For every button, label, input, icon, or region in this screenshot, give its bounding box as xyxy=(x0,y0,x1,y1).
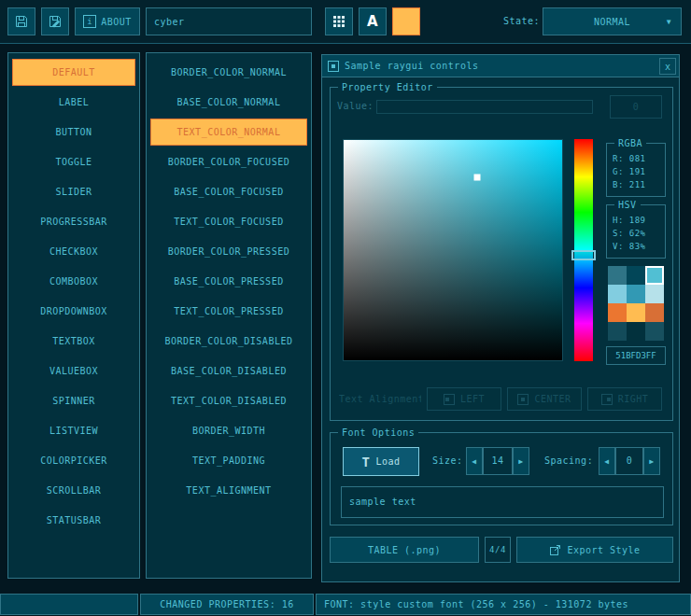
list-item-combobox[interactable]: COMBOBOX xyxy=(12,268,135,295)
list-item-border_color_disabled[interactable]: BORDER_COLOR_DISABLED xyxy=(150,328,307,355)
value-box[interactable]: 0 xyxy=(610,95,662,119)
list-item-border_color_normal[interactable]: BORDER_COLOR_NORMAL xyxy=(150,59,307,86)
rgba-group-label: RGBA xyxy=(614,137,646,149)
size-decrease-button[interactable]: ◀ xyxy=(466,447,483,475)
align-right-button[interactable]: RIGHT xyxy=(587,387,662,411)
style-color-swatch[interactable] xyxy=(608,303,627,322)
sample-text-input[interactable]: sample text xyxy=(341,486,664,518)
font-sample-button[interactable]: A xyxy=(359,7,387,35)
list-item-text_padding[interactable]: TEXT_PADDING xyxy=(150,447,307,474)
list-item-dropdownbox[interactable]: DROPDOWNBOX xyxy=(12,298,135,325)
statusbar-left xyxy=(0,594,138,615)
list-item-border_color_pressed[interactable]: BORDER_COLOR_PRESSED xyxy=(150,238,307,265)
color-panel[interactable] xyxy=(343,139,563,361)
style-color-swatch[interactable] xyxy=(645,266,664,285)
align-center-button[interactable]: CENTER xyxy=(507,387,582,411)
hsv-saturation-value: S: 62% xyxy=(613,227,665,240)
list-item-toggle[interactable]: TOGGLE xyxy=(12,148,135,175)
list-item-valuebox[interactable]: VALUEBOX xyxy=(12,357,135,385)
about-button-label: ABOUT xyxy=(101,17,132,27)
style-color-swatch[interactable] xyxy=(627,266,645,285)
list-item-base_color_disabled[interactable]: BASE_COLOR_DISABLED xyxy=(150,357,307,385)
font-load-button[interactable]: T Load xyxy=(343,447,419,476)
table-pages-box[interactable]: 4/4 xyxy=(485,537,511,563)
style-color-swatch[interactable] xyxy=(608,285,627,303)
list-item-text_alignment[interactable]: TEXT_ALIGNMENT xyxy=(150,477,307,504)
list-item-textbox[interactable]: TEXTBOX xyxy=(12,328,135,355)
value-slider[interactable] xyxy=(376,100,593,114)
window-titlebar: Sample raygui controls x xyxy=(322,55,679,77)
list-item-button[interactable]: BUTTON xyxy=(12,119,135,146)
align-center-icon xyxy=(517,394,529,405)
list-item-text_color_normal[interactable]: TEXT_COLOR_NORMAL xyxy=(150,119,307,146)
list-item-border_width[interactable]: BORDER_WIDTH xyxy=(150,417,307,444)
list-item-text_color_disabled[interactable]: TEXT_COLOR_DISABLED xyxy=(150,387,307,414)
style-color-swatch[interactable] xyxy=(608,322,627,341)
spacing-increase-button[interactable]: ▶ xyxy=(643,447,660,475)
list-item-spinner[interactable]: SPINNER xyxy=(12,387,135,414)
size-increase-button[interactable]: ▶ xyxy=(513,447,529,475)
align-left-button[interactable]: LEFT xyxy=(427,387,501,411)
list-item-base_color_focused[interactable]: BASE_COLOR_FOCUSED xyxy=(150,178,307,205)
font-options-group-label: Font Options xyxy=(338,427,418,439)
save-style-button[interactable] xyxy=(7,7,35,35)
spacing-decrease-button[interactable]: ◀ xyxy=(599,447,615,475)
style-color-swatch[interactable] xyxy=(645,303,664,322)
style-color-swatch[interactable] xyxy=(645,322,664,341)
align-left-label: LEFT xyxy=(460,394,485,404)
size-label: Size: xyxy=(432,454,463,469)
list-item-base_color_normal[interactable]: BASE_COLOR_NORMAL xyxy=(150,89,307,116)
rgba-green-value: G: 191 xyxy=(613,165,665,178)
align-center-label: CENTER xyxy=(534,394,571,404)
list-item-label[interactable]: LABEL xyxy=(12,89,135,116)
style-color-sample-button[interactable] xyxy=(392,7,420,35)
export-style-button[interactable]: Export Style xyxy=(516,537,673,563)
list-item-text_color_focused[interactable]: TEXT_COLOR_FOCUSED xyxy=(150,208,307,235)
style-color-swatch[interactable] xyxy=(645,285,664,303)
about-button[interactable]: i ABOUT xyxy=(75,7,140,35)
style-name-input[interactable] xyxy=(146,7,312,35)
list-item-colorpicker[interactable]: COLORPICKER xyxy=(12,447,135,474)
style-color-swatch[interactable] xyxy=(627,322,645,341)
list-item-base_color_pressed[interactable]: BASE_COLOR_PRESSED xyxy=(150,268,307,295)
align-left-icon xyxy=(444,394,455,405)
hex-color-input[interactable]: 51BFD3FF xyxy=(606,346,666,365)
list-item-statusbar[interactable]: STATUSBAR xyxy=(12,507,135,534)
info-icon: i xyxy=(83,15,96,28)
rguistyler-app: i ABOUT A State: NORMAL ▼ DEFAULTLABELBU… xyxy=(0,0,691,616)
state-dropdown[interactable]: NORMAL ▼ xyxy=(543,7,682,35)
spacing-label: Spacing: xyxy=(544,454,593,469)
hue-slider[interactable] xyxy=(574,139,593,361)
rgba-blue-value: B: 211 xyxy=(613,178,665,191)
list-item-progressbar[interactable]: PROGRESSBAR xyxy=(12,208,135,235)
style-color-swatch[interactable] xyxy=(627,285,645,303)
statusbar-font-info: FONT: style custom font (256 x 256) - 13… xyxy=(316,594,691,615)
hsv-group-label: HSV xyxy=(614,199,641,211)
list-item-border_color_focused[interactable]: BORDER_COLOR_FOCUSED xyxy=(150,148,307,175)
font-load-label: Load xyxy=(375,456,400,467)
size-value-box[interactable]: 14 xyxy=(483,447,513,475)
statusbar-changed-properties: CHANGED PROPERTIES: 16 xyxy=(140,594,314,615)
table-png-button[interactable]: TABLE (.png) xyxy=(330,537,479,563)
spacing-value-box[interactable]: 0 xyxy=(615,447,643,475)
list-item-text_color_pressed[interactable]: TEXT_COLOR_PRESSED xyxy=(150,298,307,325)
save-style-as-button[interactable] xyxy=(41,7,69,35)
export-icon xyxy=(549,544,561,556)
list-item-listview[interactable]: LISTVIEW xyxy=(12,417,135,444)
save-as-icon xyxy=(48,14,63,29)
list-item-default[interactable]: DEFAULT xyxy=(12,59,135,86)
properties-list: BORDER_COLOR_NORMALBASE_COLOR_NORMALTEXT… xyxy=(146,52,312,579)
list-item-scrollbar[interactable]: SCROLLBAR xyxy=(12,477,135,504)
color-picker-marker[interactable] xyxy=(473,175,480,181)
state-dropdown-value: NORMAL xyxy=(594,17,630,27)
close-icon[interactable]: x xyxy=(659,58,676,75)
hue-slider-cursor[interactable] xyxy=(571,250,596,260)
list-item-slider[interactable]: SLIDER xyxy=(12,178,135,205)
grid-mode-button[interactable] xyxy=(325,7,353,35)
list-item-checkbox[interactable]: CHECKBOX xyxy=(12,238,135,265)
style-color-swatch[interactable] xyxy=(627,303,645,322)
rgba-red-value: R: 081 xyxy=(613,152,665,165)
align-right-icon xyxy=(601,394,613,405)
style-color-swatch[interactable] xyxy=(608,266,627,285)
hsv-value-value: V: 83% xyxy=(613,240,665,253)
